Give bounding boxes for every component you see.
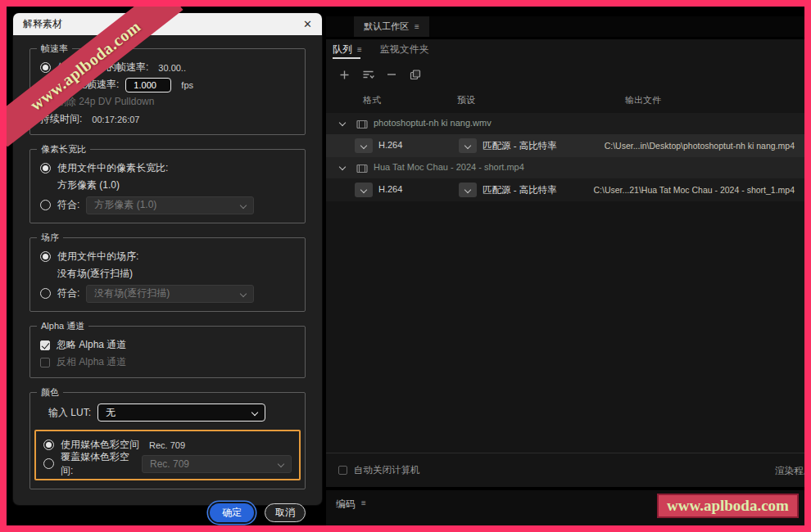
source-file-name: photoshoptut-nh ki nang.wmv <box>374 118 492 128</box>
par-conform-select[interactable]: 方形像素 (1.0) <box>86 196 254 214</box>
input-lut-select[interactable]: 无 <box>97 404 265 422</box>
use-file-fields-label: 使用文件中的场序: <box>57 250 138 264</box>
workspace-tab-label: 默认工作区 <box>364 20 409 33</box>
radio-fields-conform[interactable] <box>40 288 51 299</box>
group-color: 颜色 输入 LUT: 无 使用媒体色彩空间 Rec. 709 <box>29 392 306 489</box>
tab-queue[interactable]: 队列 ≡ <box>333 39 362 60</box>
clip-icon <box>356 118 368 133</box>
radio-par-conform[interactable] <box>40 200 51 210</box>
radio-use-file-par[interactable] <box>40 163 51 174</box>
invert-alpha-label: 反相 Alpha 通道 <box>57 355 126 369</box>
row-input-lut: 输入 LUT: 无 <box>40 403 295 422</box>
row-par-conform: 符合: 方形像素 (1.0) <box>40 194 295 216</box>
fields-conform-label: 符合: <box>57 286 79 300</box>
watermark-box: www.aplboda.com <box>657 494 799 518</box>
auto-shutdown-label: 自动关闭计算机 <box>354 464 420 476</box>
source-file-name: Hua Tat Moc Chau - 2024 - short.mp4 <box>374 162 524 172</box>
input-lut-value: 无 <box>106 406 116 420</box>
job-output-row[interactable]: H.264 匹配源 - 高比特率 C:\User...in\Desktop\ph… <box>326 134 804 157</box>
row-duration: 持续时间: 00:17:26:07 <box>40 110 295 128</box>
override-color-label: 覆盖媒体色彩空间: <box>61 450 135 478</box>
checkbox-auto-shutdown[interactable] <box>338 466 347 475</box>
row-use-file-fields: 使用文件中的场序: <box>40 248 295 265</box>
group-color-legend: 颜色 <box>37 386 63 399</box>
queue-toolbar <box>326 60 804 89</box>
row-fields-value: 没有场(逐行扫描) <box>40 265 295 282</box>
workspace-bar: 默认工作区 ≡ <box>326 16 804 37</box>
fields-conform-select[interactable]: 没有场(逐行扫描) <box>86 285 254 303</box>
preset-dropdown-button[interactable] <box>459 138 477 153</box>
chevron-down-icon <box>278 460 284 467</box>
column-preset[interactable]: 预设 <box>457 94 475 106</box>
page-frame: 解释素材 ✕ 帧速率 使用文件中的帧速率: 30.00.. 假定此帧速率: 1.… <box>0 0 811 532</box>
tab-watch-folders-label: 监视文件夹 <box>380 43 429 56</box>
chevron-down-icon[interactable] <box>339 164 346 170</box>
panel-menu-icon[interactable]: ≡ <box>361 499 366 507</box>
renderer-label: 渲染程序 <box>775 465 804 477</box>
tab-queue-label: 队列 <box>333 43 352 56</box>
panel-menu-icon[interactable]: ≡ <box>415 23 419 31</box>
job-source-row[interactable]: Hua Tat Moc Chau - 2024 - short.mp4 <box>326 157 804 178</box>
format-value[interactable]: H.264 <box>378 184 402 194</box>
row-use-file-par: 使用文件中的像素长宽比: <box>40 160 295 177</box>
format-dropdown-button[interactable] <box>355 183 373 197</box>
group-field-order: 场序 使用文件中的场序: 没有场(逐行扫描) 符合: 没有场(逐行扫描) <box>29 237 306 312</box>
group-alpha-legend: Alpha 通道 <box>37 320 88 332</box>
group-pixel-aspect: 像素长宽比 使用文件中的像素长宽比: 方形像素 (1.0) 符合: 方形像素 (… <box>29 149 306 223</box>
row-fields-conform: 符合: 没有场(逐行扫描) <box>40 282 295 304</box>
add-output-icon[interactable] <box>361 68 374 81</box>
output-path[interactable]: C:\User...in\Desktop\photoshoptut-nh ki … <box>605 141 795 151</box>
group-pixel-aspect-legend: 像素长宽比 <box>37 143 90 156</box>
row-remove-pulldown: 删除 24p DV Pulldown <box>40 93 295 110</box>
chevron-down-icon[interactable] <box>339 119 346 126</box>
queue-footer: 自动关闭计算机 渲染程序 <box>326 453 804 487</box>
radio-use-media-color-space[interactable] <box>43 440 54 450</box>
highlight-annotation: 使用媒体色彩空间 Rec. 709 覆盖媒体色彩空间: Rec. 709 <box>34 430 301 480</box>
job-output-row[interactable]: H.264 匹配源 - 高比特率 C:\User...21\Hua Tat Mo… <box>326 178 804 201</box>
workspace-tab[interactable]: 默认工作区 ≡ <box>354 16 429 37</box>
input-lut-label: 输入 LUT: <box>48 406 91 420</box>
preset-value[interactable]: 匹配源 - 高比特率 <box>483 140 557 152</box>
frame-rate-input[interactable]: 1.000 <box>125 78 171 92</box>
checkbox-invert-alpha[interactable] <box>40 358 50 367</box>
output-path[interactable]: C:\User...21\Hua Tat Moc Chau - 2024 - s… <box>593 185 795 195</box>
ignore-alpha-label: 忽略 Alpha 通道 <box>57 338 126 352</box>
add-source-button[interactable] <box>338 68 351 81</box>
file-frame-rate-value: 30.00.. <box>158 63 186 73</box>
checkbox-ignore-alpha[interactable] <box>40 340 50 350</box>
par-conform-label: 符合: <box>57 198 79 212</box>
chevron-down-icon <box>240 201 247 208</box>
radio-use-file-frame-rate[interactable] <box>40 62 51 73</box>
par-file-value: 方形像素 (1.0) <box>57 178 120 192</box>
dialog-title: 解释素材 <box>23 17 62 31</box>
remove-button[interactable] <box>385 68 398 81</box>
fps-label: fps <box>181 80 193 90</box>
ok-button[interactable]: 确定 <box>210 503 254 522</box>
tab-watch-folders[interactable]: 监视文件夹 <box>380 39 429 60</box>
clip-icon <box>356 162 368 177</box>
preset-dropdown-button[interactable] <box>459 183 477 197</box>
group-field-order-legend: 场序 <box>37 232 63 244</box>
column-format[interactable]: 格式 <box>363 94 381 106</box>
radio-use-file-fields[interactable] <box>40 251 51 262</box>
column-output[interactable]: 输出文件 <box>625 94 661 106</box>
app-canvas: 解释素材 ✕ 帧速率 使用文件中的帧速率: 30.00.. 假定此帧速率: 1.… <box>7 7 804 525</box>
media-color-space-value: Rec. 709 <box>149 440 185 450</box>
tab-encode-label[interactable]: 编码 <box>336 498 356 512</box>
row-ignore-alpha: 忽略 Alpha 通道 <box>40 336 295 354</box>
close-icon[interactable]: ✕ <box>303 19 312 29</box>
override-color-value: Rec. 709 <box>150 458 189 470</box>
panel-menu-icon[interactable]: ≡ <box>357 46 362 54</box>
chevron-down-icon <box>251 409 258 416</box>
media-encoder-panel: 默认工作区 ≡ 队列 ≡ 监视文件夹 <box>326 7 804 525</box>
queue-panel: 队列 ≡ 监视文件夹 <box>326 39 804 487</box>
duplicate-button[interactable] <box>409 68 422 81</box>
job-source-row[interactable]: photoshoptut-nh ki nang.wmv <box>326 113 804 134</box>
override-color-select[interactable]: Rec. 709 <box>142 455 292 473</box>
cancel-button[interactable]: 取消 <box>265 503 306 522</box>
preset-value[interactable]: 匹配源 - 高比特率 <box>483 184 557 196</box>
format-value[interactable]: H.264 <box>378 140 402 150</box>
row-par-value: 方形像素 (1.0) <box>40 177 295 194</box>
format-dropdown-button[interactable] <box>355 138 373 153</box>
radio-override-color-space[interactable] <box>43 458 54 469</box>
